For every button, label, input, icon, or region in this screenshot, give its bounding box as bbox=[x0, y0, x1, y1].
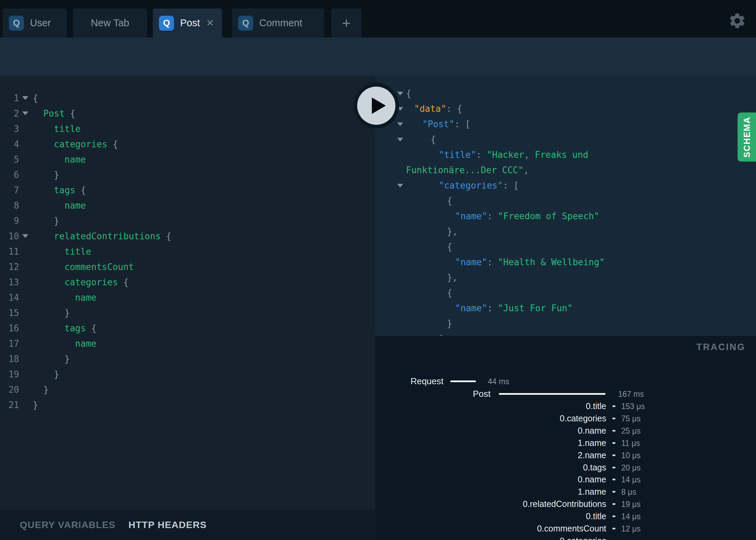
trace-duration-bar bbox=[612, 454, 615, 456]
query-line[interactable]: 1{ bbox=[0, 90, 375, 106]
query-line[interactable]: 17name bbox=[0, 336, 375, 351]
query-line[interactable]: 11title bbox=[0, 244, 375, 259]
query-line[interactable]: 14name bbox=[0, 290, 375, 305]
schema-side-tab[interactable]: SCHEMA bbox=[738, 112, 756, 162]
trace-field-label: 0.tags bbox=[583, 463, 606, 472]
token: : bbox=[476, 150, 487, 160]
trace-field-label: 0.commentsCount bbox=[537, 524, 606, 534]
trace-field-label: 1.name bbox=[578, 487, 606, 497]
trace-field-label: 0.title bbox=[586, 401, 606, 411]
trace-field-label: 0.name bbox=[578, 426, 606, 436]
response-line: "Post": [ bbox=[375, 116, 756, 132]
line-number: 10 bbox=[0, 231, 19, 241]
trace-field-row: 0.title14 μs bbox=[375, 511, 756, 522]
tab-new-tab[interactable]: New Tab bbox=[73, 9, 147, 38]
fold-arrow-icon[interactable] bbox=[397, 138, 403, 141]
query-line[interactable]: 6} bbox=[0, 167, 375, 182]
response-line: "data": { bbox=[375, 101, 756, 116]
query-line[interactable]: 15} bbox=[0, 305, 375, 320]
trace-field-row: 0.categories75 μs bbox=[375, 414, 756, 424]
trace-field-label: 0.categories bbox=[560, 536, 606, 540]
http-headers-tab[interactable]: HTTP HEADERS bbox=[129, 520, 207, 530]
trace-field-label: 0.title bbox=[586, 511, 606, 521]
query-line[interactable]: 8name bbox=[0, 198, 375, 213]
token: title bbox=[64, 246, 91, 257]
response-line: { bbox=[375, 132, 756, 147]
tracing-panel: TRACING Request 44 ms Post 167 ms 0.titl… bbox=[375, 336, 756, 540]
fold-arrow-icon[interactable] bbox=[22, 111, 28, 115]
response-line: ] bbox=[375, 331, 756, 336]
trace-duration-bar bbox=[612, 430, 615, 432]
query-line[interactable]: 2Post { bbox=[0, 106, 375, 121]
trace-field-row: 0.tags20 μs bbox=[375, 463, 756, 474]
token: } bbox=[64, 308, 70, 318]
token: { bbox=[65, 108, 75, 119]
token: categories bbox=[64, 277, 118, 287]
token: { bbox=[86, 323, 97, 333]
query-line[interactable]: 7tags { bbox=[0, 182, 375, 198]
trace-root-duration: 167 ms bbox=[618, 390, 644, 399]
response-line: { bbox=[375, 86, 756, 101]
token: : bbox=[487, 303, 498, 313]
query-editor[interactable]: 1{2Post {3title4categories {5name6}7tags… bbox=[0, 76, 375, 510]
query-line[interactable]: 9} bbox=[0, 213, 375, 228]
tab-user[interactable]: QUser bbox=[3, 9, 67, 38]
query-line[interactable]: 5name bbox=[0, 152, 375, 167]
token: "Post" bbox=[422, 119, 454, 129]
add-tab-button[interactable]: + bbox=[331, 9, 361, 38]
query-variables-tab[interactable]: QUERY VARIABLES bbox=[20, 520, 116, 530]
trace-field-label: 0.categories bbox=[560, 414, 606, 423]
settings-button[interactable] bbox=[728, 12, 746, 30]
line-number: 1 bbox=[0, 93, 19, 103]
query-line[interactable]: 13categories { bbox=[0, 274, 375, 290]
trace-root-label: Post bbox=[473, 389, 491, 399]
query-line[interactable]: 18} bbox=[0, 351, 375, 366]
query-line[interactable]: 19} bbox=[0, 366, 375, 382]
token: : bbox=[487, 211, 498, 221]
token: Funktionäre...Der CCC" bbox=[406, 165, 523, 175]
token: , bbox=[523, 165, 529, 175]
response-line: "title": "Hacker, Freaks und bbox=[375, 147, 756, 162]
schema-side-tab-label: SCHEMA bbox=[742, 117, 752, 158]
query-line[interactable]: 16tags { bbox=[0, 320, 375, 336]
fold-arrow-icon[interactable] bbox=[22, 234, 28, 238]
response-line: }, bbox=[375, 224, 756, 239]
fold-arrow-icon[interactable] bbox=[22, 96, 28, 100]
response-line: }, bbox=[375, 270, 756, 285]
trace-duration-bar bbox=[612, 528, 615, 529]
trace-duration-value: 20 μs bbox=[621, 463, 641, 472]
query-line[interactable]: 4categories { bbox=[0, 136, 375, 152]
token: : bbox=[487, 257, 498, 267]
tab-post[interactable]: QPost✕ bbox=[153, 9, 222, 38]
query-line[interactable]: 20} bbox=[0, 382, 375, 397]
trace-field-label: 0.relatedContributions bbox=[523, 499, 606, 509]
trace-duration-value: 75 μs bbox=[621, 414, 641, 423]
token: } bbox=[64, 354, 70, 364]
close-tab-icon[interactable]: ✕ bbox=[206, 17, 214, 29]
response-line: "name": "Freedom of Speech" bbox=[375, 208, 756, 224]
token: { bbox=[447, 196, 452, 206]
query-line[interactable]: 21} bbox=[0, 397, 375, 412]
line-number: 7 bbox=[0, 185, 19, 195]
token: Post bbox=[43, 108, 65, 119]
query-line[interactable]: 10relatedContributions { bbox=[0, 228, 375, 244]
tracing-header: TRACING bbox=[696, 342, 745, 352]
query-line[interactable]: 12commentsCount bbox=[0, 259, 375, 274]
token: { bbox=[118, 277, 129, 287]
token: tags bbox=[64, 323, 86, 333]
tab-comment[interactable]: QComment bbox=[232, 9, 324, 38]
token: "Just For Fun" bbox=[498, 303, 572, 313]
trace-field-row: 0.name25 μs bbox=[375, 426, 756, 437]
trace-root-bar bbox=[499, 393, 606, 395]
line-number: 15 bbox=[0, 308, 19, 318]
token: tags bbox=[54, 185, 75, 195]
query-line[interactable]: 3title bbox=[0, 121, 375, 136]
trace-request-duration: 44 ms bbox=[488, 377, 509, 386]
fold-arrow-icon[interactable] bbox=[397, 184, 403, 188]
execute-query-button[interactable] bbox=[353, 83, 399, 129]
trace-duration-bar bbox=[612, 515, 615, 517]
bottom-bar: QUERY VARIABLES HTTP HEADERS bbox=[0, 510, 375, 540]
token: "Hacker, Freaks und bbox=[487, 150, 588, 160]
trace-duration-value: 25 μs bbox=[621, 426, 641, 436]
token: "title" bbox=[439, 150, 476, 160]
